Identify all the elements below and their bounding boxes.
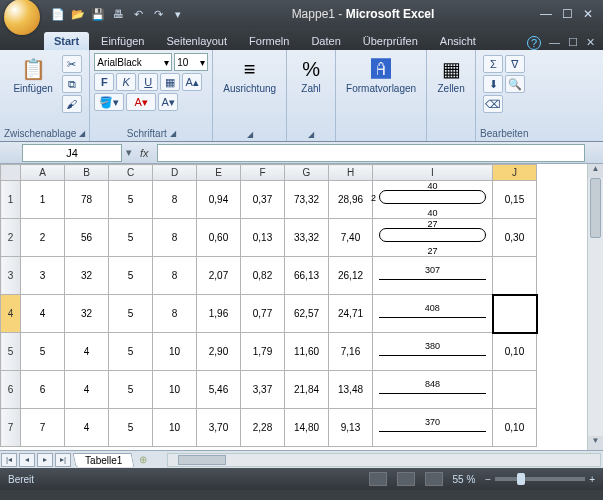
cell[interactable]: 7,16 <box>329 333 373 371</box>
cell[interactable]: 32 <box>65 257 109 295</box>
tab-ansicht[interactable]: Ansicht <box>430 32 486 50</box>
tab-daten[interactable]: Daten <box>301 32 350 50</box>
cell[interactable]: 1 <box>21 181 65 219</box>
cell[interactable]: 0,10 <box>493 333 537 371</box>
cell[interactable]: 66,13 <box>285 257 329 295</box>
qat-new-icon[interactable]: 📄 <box>50 6 66 22</box>
tab-seitenlayout[interactable]: Seitenlayout <box>157 32 238 50</box>
col-header[interactable]: B <box>65 165 109 181</box>
shrink-font-button[interactable]: A▾ <box>158 93 178 111</box>
cell[interactable]: 3,70 <box>197 409 241 447</box>
cell[interactable]: 33,32 <box>285 219 329 257</box>
cell[interactable]: 10 <box>153 333 197 371</box>
col-header[interactable]: H <box>329 165 373 181</box>
row-header[interactable]: 1 <box>1 181 21 219</box>
qat-more-icon[interactable]: ▾ <box>170 6 186 22</box>
doc-restore-button[interactable]: ☐ <box>568 36 578 50</box>
col-header[interactable]: A <box>21 165 65 181</box>
cell[interactable]: 62,57 <box>285 295 329 333</box>
border-button[interactable]: ▦ <box>160 73 180 91</box>
cell[interactable]: 4 <box>65 333 109 371</box>
cell[interactable]: 6 <box>21 371 65 409</box>
tab-start[interactable]: Start <box>44 32 89 50</box>
cell[interactable]: 1,96 <box>197 295 241 333</box>
dialog-launcher-icon[interactable]: ◢ <box>247 130 253 139</box>
cell[interactable]: 7,40 <box>329 219 373 257</box>
dialog-launcher-icon[interactable]: ◢ <box>170 129 176 138</box>
cell[interactable]: 0,30 <box>493 219 537 257</box>
sort-button[interactable]: ᐁ <box>505 55 525 73</box>
maximize-button[interactable]: ☐ <box>562 7 573 21</box>
cells-button[interactable]: ▦Zellen <box>431 53 471 96</box>
cell[interactable]: 8 <box>153 219 197 257</box>
sheet-tab[interactable]: Tabelle1 <box>73 453 135 467</box>
alignment-button[interactable]: ≡Ausrichtung <box>217 53 282 96</box>
cell[interactable]: 3,37 <box>241 371 285 409</box>
tab-einfügen[interactable]: Einfügen <box>91 32 154 50</box>
col-header[interactable]: J <box>493 165 537 181</box>
scroll-down-icon[interactable]: ▼ <box>588 436 603 450</box>
row-header[interactable]: 2 <box>1 219 21 257</box>
cell[interactable]: 5,46 <box>197 371 241 409</box>
vertical-scrollbar[interactable]: ▲ ▼ <box>587 164 603 450</box>
cell[interactable]: 4 <box>65 371 109 409</box>
qat-undo-icon[interactable]: ↶ <box>130 6 146 22</box>
scroll-thumb[interactable] <box>590 178 601 238</box>
cell[interactable]: 8 <box>153 257 197 295</box>
clear-button[interactable]: ⌫ <box>483 95 503 113</box>
cell[interactable]: 3 <box>21 257 65 295</box>
view-layout-button[interactable] <box>397 472 415 486</box>
cell[interactable]: 307 <box>373 257 493 295</box>
qat-redo-icon[interactable]: ↷ <box>150 6 166 22</box>
row-header[interactable]: 4 <box>1 295 21 333</box>
office-button[interactable] <box>4 0 40 35</box>
cell[interactable]: 0,82 <box>241 257 285 295</box>
cell[interactable]: 0,15 <box>493 181 537 219</box>
cell[interactable]: 0,94 <box>197 181 241 219</box>
cell[interactable]: 5 <box>109 257 153 295</box>
cell[interactable]: 9,13 <box>329 409 373 447</box>
sheet-nav-next[interactable]: ▸ <box>37 453 53 467</box>
cell[interactable]: 21,84 <box>285 371 329 409</box>
cell[interactable] <box>493 257 537 295</box>
cell[interactable]: 848 <box>373 371 493 409</box>
cell[interactable]: 13,48 <box>329 371 373 409</box>
doc-close-button[interactable]: ✕ <box>586 36 595 50</box>
cell[interactable]: 11,60 <box>285 333 329 371</box>
cell[interactable]: 0,37 <box>241 181 285 219</box>
cell[interactable]: 28,96 <box>329 181 373 219</box>
horizontal-scrollbar[interactable] <box>167 453 601 467</box>
cell[interactable]: 4 <box>21 295 65 333</box>
sheet-nav-prev[interactable]: ◂ <box>19 453 35 467</box>
cell[interactable]: 0,77 <box>241 295 285 333</box>
fill-color-button[interactable]: 🪣▾ <box>94 93 124 111</box>
view-normal-button[interactable] <box>369 472 387 486</box>
number-button[interactable]: %Zahl <box>291 53 331 96</box>
cell[interactable]: 370 <box>373 409 493 447</box>
cell[interactable]: 24,71 <box>329 295 373 333</box>
bold-button[interactable]: F <box>94 73 114 91</box>
cell[interactable]: 2,07 <box>197 257 241 295</box>
italic-button[interactable]: K <box>116 73 136 91</box>
tab-überprüfen[interactable]: Überprüfen <box>353 32 428 50</box>
zoom-level[interactable]: 55 % <box>453 474 476 485</box>
cell[interactable]: 56 <box>65 219 109 257</box>
qat-print-icon[interactable]: 🖶 <box>110 6 126 22</box>
cell[interactable]: 8 <box>153 181 197 219</box>
close-button[interactable]: ✕ <box>583 7 593 21</box>
cell[interactable]: 5 <box>109 333 153 371</box>
cell[interactable]: 0,13 <box>241 219 285 257</box>
row-header[interactable]: 6 <box>1 371 21 409</box>
copy-button[interactable]: ⧉ <box>62 75 82 93</box>
cell[interactable]: 10 <box>153 371 197 409</box>
cell[interactable]: 380 <box>373 333 493 371</box>
styles-button[interactable]: 🅰Formatvorlagen <box>340 53 422 96</box>
col-header[interactable]: D <box>153 165 197 181</box>
row-header[interactable]: 3 <box>1 257 21 295</box>
cell[interactable]: 10 <box>153 409 197 447</box>
find-button[interactable]: 🔍 <box>505 75 525 93</box>
format-painter-button[interactable]: 🖌 <box>62 95 82 113</box>
cell[interactable] <box>493 371 537 409</box>
formula-bar[interactable] <box>157 144 585 162</box>
col-header[interactable]: I <box>373 165 493 181</box>
